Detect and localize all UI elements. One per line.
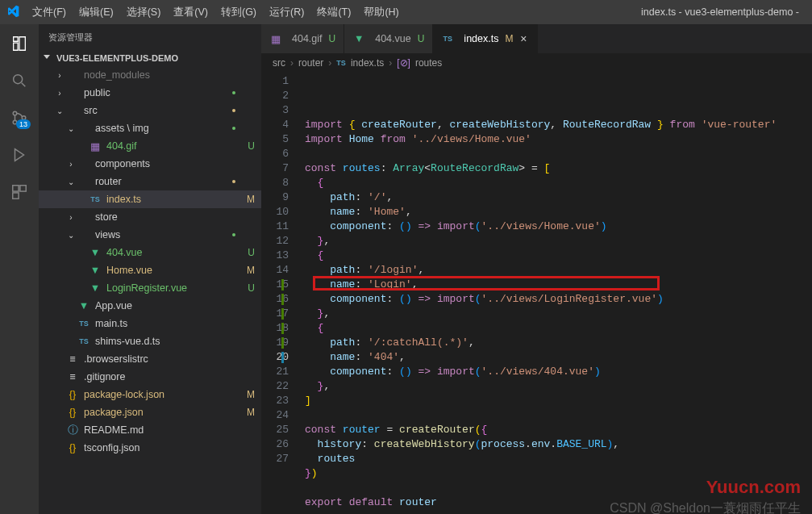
tree-item[interactable]: ▼404.vueU bbox=[39, 244, 261, 261]
tree-item[interactable]: ⌄assets \ img bbox=[39, 119, 261, 137]
tree-item[interactable]: ›components bbox=[39, 155, 261, 173]
sidebar-title: 资源管理器 bbox=[39, 24, 261, 50]
svg-point-1 bbox=[13, 111, 17, 115]
sidebar: 资源管理器 VUE3-ELEMENTPLUS-DEMO ›node_module… bbox=[39, 24, 261, 514]
breadcrumb-item[interactable]: index.ts bbox=[351, 57, 384, 69]
menu-item[interactable]: 转到(G) bbox=[214, 2, 263, 23]
menu-item[interactable]: 文件(F) bbox=[26, 2, 73, 23]
tree-item[interactable]: ⌄src bbox=[39, 102, 261, 119]
scm-icon[interactable]: 13 bbox=[10, 108, 29, 127]
window-title: index.ts - vue3-elementplus-demo - bbox=[412, 6, 806, 18]
tree-item[interactable]: ›public bbox=[39, 84, 261, 102]
tabs: ▦404.gifU▼404.vueUTSindex.tsM× bbox=[261, 24, 812, 53]
menu-bar: 文件(F)编辑(E)选择(S)查看(V)转到(G)运行(R)终端(T)帮助(H) bbox=[26, 2, 406, 23]
explorer-icon[interactable] bbox=[10, 34, 29, 53]
menu-item[interactable]: 终端(T) bbox=[310, 2, 357, 23]
editor[interactable]: 1234567891011121314151617181920212223242… bbox=[261, 73, 812, 514]
menu-item[interactable]: 查看(V) bbox=[167, 2, 214, 23]
breadcrumb-item[interactable]: routes bbox=[415, 57, 442, 69]
menu-item[interactable]: 选择(S) bbox=[120, 2, 168, 23]
tree-item[interactable]: ▦404.gifU bbox=[39, 137, 261, 155]
sidebar-section[interactable]: VUE3-ELEMENTPLUS-DEMO bbox=[39, 50, 261, 66]
tree-item[interactable]: ≡.browserslistrc bbox=[39, 350, 261, 368]
tree-item[interactable]: ⌄router bbox=[39, 173, 261, 190]
menu-item[interactable]: 运行(R) bbox=[263, 2, 310, 23]
gutter: 1234567891011121314151617181920212223242… bbox=[261, 73, 305, 514]
tree-item[interactable]: TSmain.ts bbox=[39, 315, 261, 332]
tree-item[interactable]: ▼App.vue bbox=[39, 297, 261, 315]
tree-item[interactable]: ⓘREADME.md bbox=[39, 421, 261, 439]
activity-bar: 13 bbox=[0, 24, 39, 514]
menu-item[interactable]: 帮助(H) bbox=[357, 2, 405, 23]
tab[interactable]: ▼404.vueU bbox=[344, 24, 433, 53]
file-tree: ›node_modules›public⌄src⌄assets \ img▦40… bbox=[39, 66, 261, 514]
tree-item[interactable]: ›store bbox=[39, 208, 261, 226]
tree-item[interactable]: {}package.jsonM bbox=[39, 403, 261, 421]
search-icon[interactable] bbox=[10, 71, 29, 90]
svg-rect-5 bbox=[20, 186, 26, 191]
tree-item[interactable]: ▼LoginRegister.vueU bbox=[39, 279, 261, 297]
close-icon[interactable]: × bbox=[518, 32, 529, 45]
tree-item[interactable]: ›node_modules bbox=[39, 66, 261, 84]
scm-badge: 13 bbox=[16, 119, 31, 129]
breadcrumb-item[interactable]: router bbox=[298, 57, 323, 69]
tree-item[interactable]: {}tsconfig.json bbox=[39, 439, 261, 457]
tree-item[interactable]: ⌄views bbox=[39, 226, 261, 244]
menu-item[interactable]: 编辑(E) bbox=[73, 2, 120, 23]
tree-item[interactable]: TSshims-vue.d.ts bbox=[39, 332, 261, 350]
tree-item[interactable]: {}package-lock.jsonM bbox=[39, 386, 261, 403]
svg-rect-6 bbox=[13, 193, 19, 198]
vscode-logo-icon bbox=[6, 5, 19, 20]
tab[interactable]: ▦404.gifU bbox=[261, 24, 344, 53]
breadcrumb-item[interactable]: src bbox=[273, 57, 285, 69]
breadcrumbs: src›router›TSindex.ts›[⊘]routes bbox=[261, 53, 812, 73]
tab[interactable]: TSindex.tsM× bbox=[433, 24, 538, 53]
tree-item[interactable]: TSindex.tsM bbox=[39, 190, 261, 208]
titlebar: 文件(F)编辑(E)选择(S)查看(V)转到(G)运行(R)终端(T)帮助(H)… bbox=[0, 0, 812, 24]
extensions-icon[interactable] bbox=[10, 182, 29, 202]
tree-item[interactable]: ▼Home.vueM bbox=[39, 261, 261, 279]
tree-item[interactable]: ≡.gitignore bbox=[39, 368, 261, 386]
svg-point-0 bbox=[14, 75, 23, 84]
code-lines[interactable]: import { createRouter, createWebHistory,… bbox=[305, 73, 812, 514]
svg-rect-4 bbox=[13, 186, 19, 191]
editor-area: ▦404.gifU▼404.vueUTSindex.tsM× src›route… bbox=[261, 24, 812, 514]
debug-icon[interactable] bbox=[10, 145, 29, 165]
